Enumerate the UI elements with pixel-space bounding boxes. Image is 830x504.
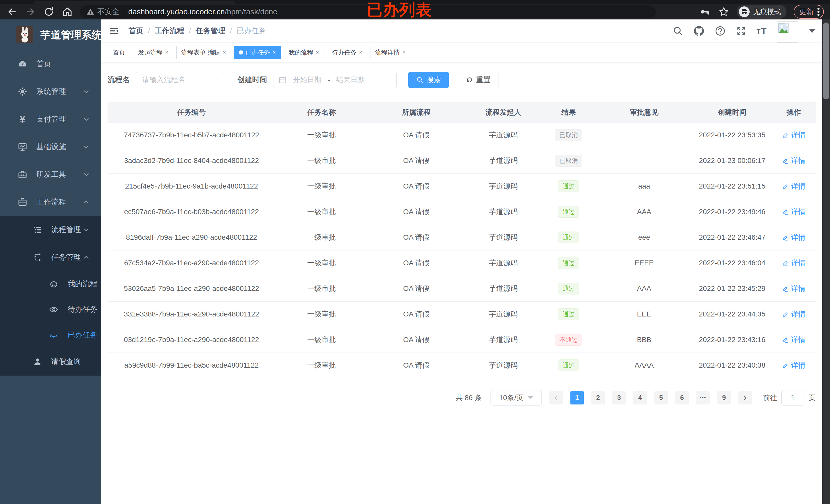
detail-link[interactable]: 详情 <box>782 258 805 268</box>
sidebar-item-system[interactable]: 系统管理 <box>0 78 101 105</box>
process-name: OA 请假 <box>368 173 465 199</box>
menu-dots-icon[interactable] <box>817 7 820 16</box>
browser-tab[interactable] <box>33 1 235 4</box>
page-button-2[interactable]: 2 <box>592 391 605 404</box>
process-starter: 芋道源码 <box>465 352 542 378</box>
sidebar-item-done-tasks[interactable]: 已办任务 <box>0 322 101 348</box>
sidebar-item-devtools[interactable]: 研发工具 <box>0 161 101 188</box>
reset-button-label: 重置 <box>476 75 490 85</box>
close-icon[interactable]: × <box>165 49 168 56</box>
reload-icon[interactable] <box>43 6 55 18</box>
prev-page-button[interactable] <box>549 391 563 404</box>
close-icon[interactable]: × <box>316 49 319 56</box>
sidebar-logo[interactable]: 芋道管理系统 <box>0 20 101 50</box>
table-row: 03d1219e-7b9a-11ec-a290-acde48001122一级审批… <box>107 327 816 352</box>
help-icon[interactable] <box>714 25 726 37</box>
browser-scrollbar[interactable] <box>822 20 830 504</box>
detail-link[interactable]: 详情 <box>782 335 805 345</box>
next-page-button[interactable] <box>738 391 752 404</box>
avatar-caret-icon[interactable] <box>809 29 815 33</box>
bookmark-star-icon[interactable] <box>718 6 730 18</box>
page-button-9[interactable]: 9 <box>717 391 731 404</box>
scrollbar-thumb[interactable] <box>823 23 829 99</box>
reset-button[interactable]: 重置 <box>458 72 499 88</box>
task-id: a59c9d88-7b99-11ec-ba5c-acde48001122 <box>107 352 276 378</box>
col-task-id: 任务编号 <box>107 102 276 122</box>
edit-icon <box>782 157 789 164</box>
app-navbar: 首页 / 工作流程 / 任务管理 / 已办任务 ᴛT <box>101 20 822 42</box>
key-icon[interactable] <box>699 6 711 18</box>
sidebar-item-process-management[interactable]: 流程管理 <box>0 216 101 243</box>
breadcrumb-current: 已办任务 <box>236 26 266 36</box>
process-starter: 芋道源码 <box>465 301 542 327</box>
process-name: OA 请假 <box>368 276 465 301</box>
page-button-6[interactable]: 6 <box>675 391 689 404</box>
close-icon[interactable]: × <box>359 49 362 56</box>
detail-link[interactable]: 详情 <box>782 361 805 370</box>
search-button[interactable]: 搜索 <box>408 72 449 88</box>
home-icon[interactable] <box>61 6 73 18</box>
back-icon[interactable] <box>6 6 18 18</box>
font-size-icon[interactable]: ᴛT <box>757 26 767 36</box>
fullscreen-icon[interactable] <box>736 25 747 37</box>
page-button-4[interactable]: 4 <box>633 391 647 404</box>
security-warning[interactable]: 不安全 <box>87 7 120 17</box>
detail-link[interactable]: 详情 <box>782 207 805 217</box>
detail-link[interactable]: 详情 <box>782 130 805 140</box>
goto-page-input[interactable]: 1 <box>781 390 804 405</box>
edit-icon <box>782 336 789 343</box>
table-row: 331e3388-7b9a-11ec-a290-acde48001122一级审批… <box>107 301 816 327</box>
page-button-3[interactable]: 3 <box>612 391 626 404</box>
tab-done-tasks[interactable]: 已办任务× <box>234 46 281 59</box>
tab-process-detail[interactable]: 流程详情× <box>370 46 410 59</box>
update-label: 更新 <box>799 7 813 16</box>
process-name-input[interactable]: 请输入流程名 <box>136 72 223 88</box>
created-time: 2022-01-22 23:43:16 <box>693 327 772 352</box>
sidebar-fold-icon[interactable] <box>108 25 120 37</box>
detail-link[interactable]: 详情 <box>782 233 805 242</box>
tab-process-form-edit[interactable]: 流程表单-编辑× <box>177 46 231 59</box>
detail-link[interactable]: 详情 <box>782 309 805 319</box>
update-button[interactable]: 更新 <box>794 5 824 19</box>
sidebar-item-leave-query[interactable]: 请假查询 <box>0 348 101 376</box>
suitcase-icon <box>17 197 28 207</box>
sidebar-item-todo-tasks[interactable]: 待办任务 <box>0 297 101 322</box>
tab-todo-tasks[interactable]: 待办任务× <box>327 46 367 59</box>
tags-view-bar: 首页 发起流程× 流程表单-编辑× 已办任务× 我的流程× 待办任务× 流程详情… <box>101 42 822 62</box>
sidebar-item-task-management[interactable]: 任务管理 <box>0 243 101 271</box>
sidebar-item-workflow[interactable]: 工作流程 <box>0 188 101 216</box>
github-icon[interactable] <box>693 25 705 37</box>
detail-link[interactable]: 详情 <box>782 181 805 191</box>
search-icon[interactable] <box>673 26 683 36</box>
page-size-select[interactable]: 10条/页 <box>490 390 542 405</box>
page-button-5[interactable]: 5 <box>655 391 668 404</box>
range-separator: - <box>328 76 330 84</box>
sidebar-item-infrastructure[interactable]: 基础设施 <box>0 133 101 161</box>
status-badge: 通过 <box>558 232 579 243</box>
page-ellipsis[interactable]: ••• <box>696 391 710 404</box>
close-icon[interactable]: × <box>402 49 406 56</box>
avatar[interactable] <box>777 22 798 43</box>
eye-icon <box>48 305 59 314</box>
tab-home[interactable]: 首页 <box>108 46 130 59</box>
close-icon[interactable]: × <box>223 49 226 56</box>
detail-label: 详情 <box>791 335 805 345</box>
breadcrumb-home[interactable]: 首页 <box>129 26 143 36</box>
detail-link[interactable]: 详情 <box>782 156 805 166</box>
breadcrumb-workflow[interactable]: 工作流程 <box>155 26 184 36</box>
monitor-icon <box>17 142 28 152</box>
sidebar-item-payment[interactable]: ¥ 支付管理 <box>0 105 101 133</box>
tab-start-process[interactable]: 发起流程× <box>133 46 173 59</box>
breadcrumb-task-management[interactable]: 任务管理 <box>196 26 225 36</box>
close-icon[interactable]: × <box>273 49 276 56</box>
page-button-1[interactable]: 1 <box>570 391 584 404</box>
tab-my-process[interactable]: 我的流程× <box>284 46 324 59</box>
edit-icon <box>782 311 789 317</box>
sidebar-item-label: 支付管理 <box>36 114 66 124</box>
detail-link[interactable]: 详情 <box>782 284 805 294</box>
date-range-picker[interactable]: 开始日期 - 结束日期 <box>273 72 396 88</box>
forward-icon[interactable] <box>25 6 36 18</box>
sidebar-item-home[interactable]: 首页 <box>0 50 101 78</box>
sidebar-item-my-process[interactable]: 我的流程 <box>0 271 101 297</box>
created-time: 2022-01-22 23:44:35 <box>693 301 772 327</box>
